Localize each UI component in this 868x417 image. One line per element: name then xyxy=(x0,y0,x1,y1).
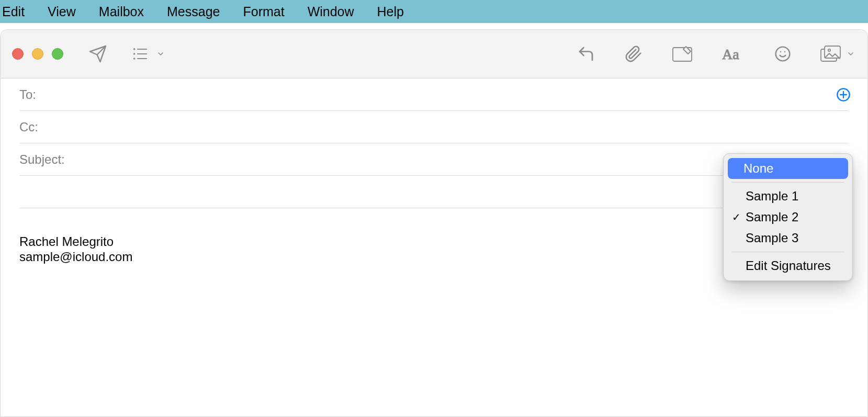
signature-option-label: Sample 2 xyxy=(746,210,798,224)
compose-window: Aa To: xyxy=(0,29,868,417)
signature-option-sample-2[interactable]: ✓ Sample 2 xyxy=(728,207,848,228)
emoji-icon xyxy=(774,46,791,62)
svg-point-8 xyxy=(776,47,790,61)
signature-option-label: Sample 1 xyxy=(746,189,798,204)
cc-label: Cc: xyxy=(19,120,38,134)
photo-browser-button[interactable] xyxy=(820,46,855,62)
signature-popup-menu[interactable]: None Sample 1 ✓ Sample 2 Sample 3 Edit S… xyxy=(723,153,853,281)
markup-button[interactable] xyxy=(672,46,693,62)
signature-option-label: Sample 3 xyxy=(746,231,798,245)
menu-divider xyxy=(732,182,844,183)
menu-format[interactable]: Format xyxy=(231,0,296,23)
svg-text:Aa: Aa xyxy=(722,46,739,62)
signature-option-sample-3[interactable]: Sample 3 xyxy=(728,228,848,249)
attach-button[interactable] xyxy=(625,45,642,63)
subject-label: Subject: xyxy=(19,152,65,167)
checkmark-icon: ✓ xyxy=(732,211,741,223)
list-bullet-icon xyxy=(132,46,153,62)
chevron-down-icon xyxy=(847,50,855,58)
to-field-row: To: xyxy=(19,78,849,111)
signature-option-none[interactable]: None xyxy=(728,158,848,179)
format-button[interactable]: Aa xyxy=(722,46,745,62)
to-label: To: xyxy=(19,87,36,102)
reply-button[interactable] xyxy=(577,44,595,63)
edit-signatures-option[interactable]: Edit Signatures xyxy=(728,255,848,276)
paperclip-icon xyxy=(625,45,642,63)
plus-circle-icon xyxy=(836,87,851,102)
signature-option-label: Edit Signatures xyxy=(746,258,831,273)
menu-help[interactable]: Help xyxy=(366,0,415,23)
window-minimize-button[interactable] xyxy=(32,48,43,60)
menu-message[interactable]: Message xyxy=(155,0,231,23)
emoji-button[interactable] xyxy=(774,46,791,62)
menu-edit[interactable]: Edit xyxy=(0,0,36,23)
menu-mailbox[interactable]: Mailbox xyxy=(87,0,155,23)
text-format-icon: Aa xyxy=(722,46,745,62)
window-close-button[interactable] xyxy=(12,48,24,60)
window-titlebar: Aa xyxy=(1,30,867,78)
svg-point-1 xyxy=(133,53,136,55)
menu-divider xyxy=(732,252,844,252)
window-controls xyxy=(12,48,63,60)
menu-view[interactable]: View xyxy=(36,0,87,23)
markup-icon xyxy=(672,46,693,62)
send-button[interactable] xyxy=(88,44,107,63)
svg-point-0 xyxy=(133,48,136,50)
paper-plane-icon xyxy=(88,44,107,63)
header-options-button[interactable] xyxy=(132,46,165,62)
to-input[interactable] xyxy=(41,87,849,102)
photos-icon xyxy=(820,46,842,62)
reply-arrow-icon xyxy=(577,44,595,63)
menu-window[interactable]: Window xyxy=(296,0,366,23)
cc-input[interactable] xyxy=(43,120,849,134)
cc-field-row: Cc: xyxy=(19,111,849,143)
system-menubar: Edit View Mailbox Message Format Window … xyxy=(0,0,868,23)
chevron-down-icon xyxy=(156,50,165,58)
signature-option-sample-1[interactable]: Sample 1 xyxy=(728,186,848,207)
svg-point-2 xyxy=(133,58,136,60)
add-recipient-button[interactable] xyxy=(836,87,851,102)
window-zoom-button[interactable] xyxy=(52,48,63,60)
signature-option-label: None xyxy=(743,161,773,176)
